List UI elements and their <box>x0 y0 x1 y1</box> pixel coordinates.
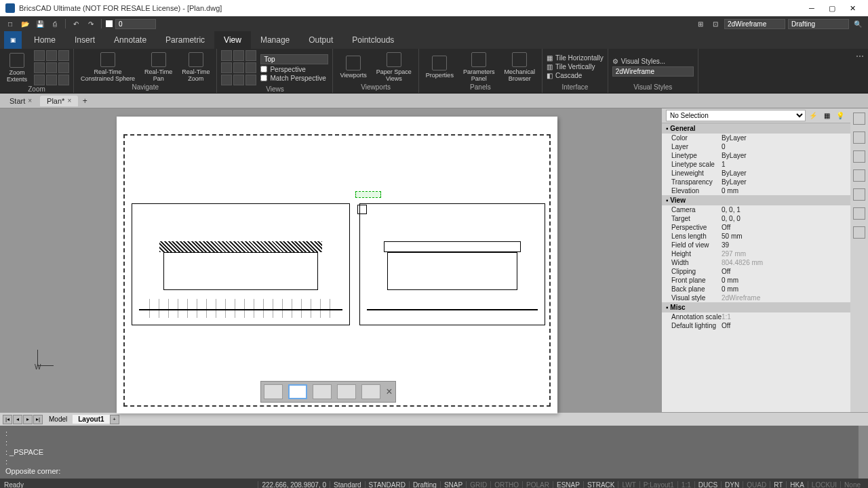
view-tool-icon[interactable] <box>221 62 232 73</box>
property-row[interactable]: PerspectiveOff <box>662 223 850 232</box>
status-text[interactable]: STANDARD <box>365 481 409 489</box>
visual-style-select[interactable]: 2dWireframe <box>612 66 694 77</box>
realtime-sphere-button[interactable]: Real-Time Constrained Sphere <box>78 51 138 83</box>
property-row[interactable]: Width804.4826 mm <box>662 258 850 267</box>
close-icon[interactable]: × <box>67 97 71 104</box>
viewport-front-elevation[interactable] <box>132 203 350 325</box>
status-toggle-lockui[interactable]: LOCKUI <box>808 481 840 489</box>
status-workspace[interactable]: Drafting <box>409 481 440 489</box>
pickadd-icon[interactable]: ▦ <box>821 110 833 122</box>
workspace-select[interactable]: Drafting <box>788 19 849 29</box>
minimize-button[interactable]: ─ <box>802 1 822 15</box>
realtime-zoom-button[interactable]: Real-Time Zoom <box>179 51 212 83</box>
view-tool-icon[interactable] <box>221 75 232 85</box>
structure-icon[interactable] <box>853 169 865 182</box>
tile-vertically-button[interactable]: ▥ Tile Vertically <box>547 63 604 70</box>
zoom-tool-icon[interactable] <box>46 50 57 61</box>
status-toggle-playout1[interactable]: P:Layout1 <box>639 481 677 489</box>
ribbon-overflow-icon[interactable]: ⋯ <box>856 52 864 61</box>
tab-view[interactable]: View <box>214 31 251 49</box>
tab-output[interactable]: Output <box>299 31 342 49</box>
close-icon[interactable]: × <box>28 97 32 104</box>
view-tool-icon[interactable] <box>245 50 256 61</box>
status-toggle-esnap[interactable]: ESNAP <box>553 481 583 489</box>
view-tool-icon[interactable] <box>245 75 256 85</box>
zoom-tool-icon[interactable] <box>58 50 69 61</box>
status-toggle-ortho[interactable]: ORTHO <box>490 481 522 489</box>
quickview-pin-icon[interactable] <box>264 384 283 399</box>
zoom-tool-icon[interactable] <box>58 75 69 85</box>
property-row[interactable]: Elevation0 mm <box>662 186 850 195</box>
selection-dropdown[interactable]: No Selection <box>666 110 806 121</box>
status-toggle-grid[interactable]: GRID <box>466 481 490 489</box>
view-tool-icon[interactable] <box>233 62 244 73</box>
qat-undo-icon[interactable]: ↶ <box>70 18 82 30</box>
viewports-button[interactable]: Viewports <box>337 54 369 80</box>
command-line[interactable]: : : : _PSPACE : Opposite corner: <box>0 426 868 479</box>
property-row[interactable]: TransparencyByLayer <box>662 178 850 186</box>
props-help-icon[interactable]: 💡 <box>834 110 846 122</box>
layer-color-icon[interactable] <box>106 20 113 27</box>
quickview-thumbnail[interactable] <box>288 384 307 399</box>
property-row[interactable]: Default lightingOff <box>662 321 850 330</box>
close-button[interactable]: ✕ <box>842 1 863 15</box>
zoom-tool-icon[interactable] <box>46 75 57 85</box>
search-icon[interactable]: 🔍 <box>852 18 864 30</box>
zoom-tool-icon[interactable] <box>34 62 45 73</box>
qat-open-icon[interactable]: 📂 <box>19 18 31 30</box>
tab-insert[interactable]: Insert <box>65 31 104 49</box>
tab-pointclouds[interactable]: Pointclouds <box>342 31 403 49</box>
layout-nav-first-icon[interactable]: |◂ <box>3 415 12 424</box>
parameters-panel-button[interactable]: Parameters Panel <box>460 51 498 83</box>
status-toggle-rt[interactable]: RT <box>770 481 786 489</box>
paperspace-views-button[interactable]: Paper Space Views <box>374 51 414 83</box>
attach-icon[interactable] <box>853 150 865 163</box>
perspective-checkbox[interactable]: Perspective <box>260 66 328 73</box>
doc-tab-plan[interactable]: Plan*× <box>40 96 78 106</box>
status-toggle-polar[interactable]: POLAR <box>522 481 553 489</box>
app-menu-button[interactable]: ▣ <box>4 31 22 49</box>
doc-tab-start[interactable]: Start× <box>3 96 39 106</box>
zoom-tool-icon[interactable] <box>58 62 69 73</box>
property-row[interactable]: LineweightByLayer <box>662 169 850 178</box>
layout-nav-prev-icon[interactable]: ◂ <box>13 415 22 424</box>
tile-horizontally-button[interactable]: ▦ Tile Horizontally <box>547 54 604 62</box>
status-toggle-quad[interactable]: QUAD <box>743 481 770 489</box>
property-row[interactable]: Front plane0 mm <box>662 276 850 285</box>
tool-palette-icon[interactable] <box>853 113 865 125</box>
property-row[interactable]: Target0, 0, 0 <box>662 214 850 223</box>
status-toggle-lwt[interactable]: LWT <box>618 481 639 489</box>
qat-new-icon[interactable]: □ <box>4 18 16 30</box>
property-row[interactable]: ClippingOff <box>662 267 850 276</box>
tab-parametric[interactable]: Parametric <box>156 31 214 49</box>
qat-save-icon[interactable]: 💾 <box>34 18 46 30</box>
render-mode-select[interactable]: 2dWireframe <box>724 19 785 29</box>
property-row[interactable]: Camera0, 0, 1 <box>662 205 850 214</box>
property-row[interactable]: Visual style2dWireframe <box>662 293 850 302</box>
function-icon[interactable] <box>853 188 865 201</box>
match-perspective-checkbox[interactable]: Match Perspective <box>260 75 328 82</box>
zoom-extents-button[interactable]: Zoom Extents <box>4 52 30 84</box>
status-toggle-dyn[interactable]: DYN <box>721 481 743 489</box>
quickview-thumbnail[interactable] <box>337 384 356 399</box>
property-row[interactable]: Height297 mm <box>662 249 850 258</box>
property-row[interactable]: Field of view39 <box>662 241 850 249</box>
status-toggle-none[interactable]: None <box>840 481 864 489</box>
view-tool-icon[interactable] <box>221 50 232 61</box>
status-toggle-ducs[interactable]: DUCS <box>694 481 721 489</box>
maximize-button[interactable]: ▢ <box>822 1 842 15</box>
zoom-tool-icon[interactable] <box>34 50 45 61</box>
property-row[interactable]: Layer0 <box>662 142 850 151</box>
layout-tab-layout1[interactable]: Layout1 <box>73 415 109 424</box>
quickview-close-icon[interactable]: × <box>386 386 392 398</box>
layer-select[interactable]: 0 <box>115 19 156 29</box>
cloud-icon[interactable] <box>853 226 865 239</box>
section-misc[interactable]: ▪ Misc <box>662 302 850 312</box>
layout-tab-model[interactable]: Model <box>43 415 73 424</box>
property-row[interactable]: Lens length50 mm <box>662 232 850 241</box>
view-tool-icon[interactable] <box>233 50 244 61</box>
tab-home[interactable]: Home <box>24 31 65 49</box>
layout-nav-next-icon[interactable]: ▸ <box>23 415 33 424</box>
property-row[interactable]: ColorByLayer <box>662 134 850 142</box>
property-row[interactable]: Linetype scale1 <box>662 160 850 169</box>
